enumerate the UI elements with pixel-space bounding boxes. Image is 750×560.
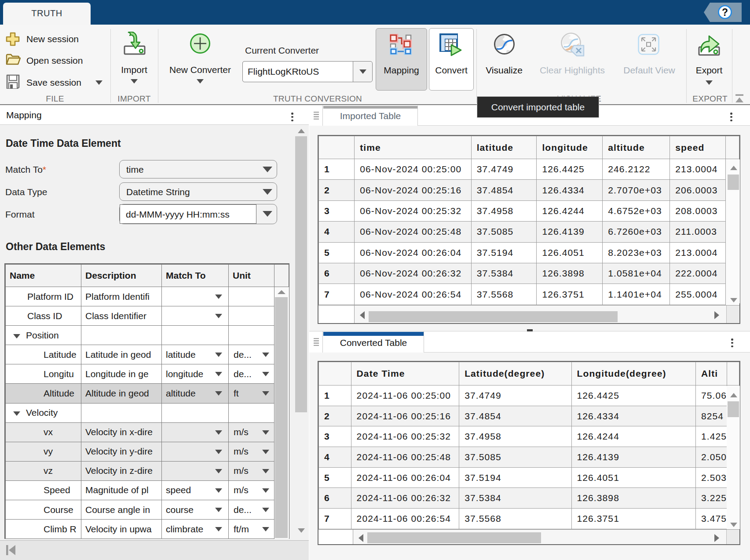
svg-text:?: ? [722,7,728,18]
